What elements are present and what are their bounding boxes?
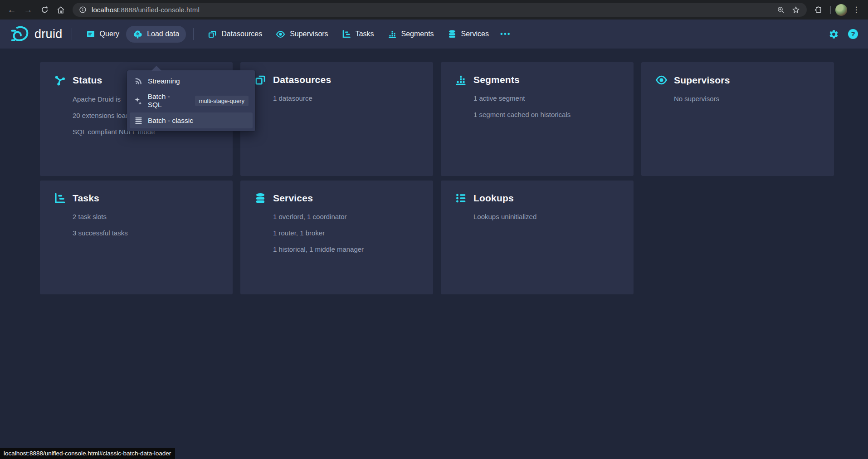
nav-item-label: Services [461, 30, 489, 38]
card-segments[interactable]: Segments 1 active segment 1 segment cach… [441, 62, 634, 176]
datasources-icon [208, 29, 217, 39]
segments-chart-icon [388, 29, 397, 39]
menu-item-batch-sql[interactable]: Batch - SQL multi-stage-query [130, 89, 253, 112]
chrome-menu-icon[interactable]: ⋮ [849, 3, 863, 17]
settings-gear-icon[interactable] [826, 26, 842, 42]
card-line: 1 active segment [473, 93, 623, 103]
zoom-icon[interactable] [775, 5, 786, 15]
card-title: Lookups [473, 193, 514, 204]
card-line: 1 datasource [273, 93, 422, 103]
menu-lines-icon [134, 116, 143, 125]
menu-item-label: Streaming [148, 77, 180, 85]
url-bar[interactable]: localhost:8888/unified-console.html [73, 3, 807, 17]
card-title: Tasks [73, 193, 99, 204]
nav-item-label: Tasks [356, 30, 374, 38]
brand-name: druid [34, 27, 63, 41]
card-line: 1 segment cached on historicals [473, 110, 623, 119]
card-line: No supervisors [674, 94, 823, 103]
menu-item-streaming[interactable]: Streaming [130, 73, 253, 89]
reload-icon[interactable] [37, 3, 52, 17]
nav-item-label: Datasources [221, 30, 262, 38]
database-icon [254, 192, 267, 204]
card-tasks[interactable]: Tasks 2 task slots 3 successful tasks [40, 181, 233, 294]
card-title: Status [73, 75, 102, 86]
nav-item-label: Load data [147, 30, 179, 38]
site-info-icon[interactable] [78, 5, 87, 15]
status-graph-icon [54, 74, 66, 87]
nav-item-load-data[interactable]: Load data [126, 26, 186, 43]
nav-item-label: Query [100, 30, 120, 38]
menu-item-label: Batch - SQL [148, 93, 185, 109]
card-lookups[interactable]: Lookups Lookups uninitialized [441, 181, 634, 294]
rss-icon [134, 77, 143, 85]
druid-navbar: druid Query Load data Datasources [0, 20, 868, 49]
eye-icon [276, 29, 285, 39]
popover-caret [151, 66, 161, 71]
card-title: Services [273, 193, 313, 204]
datasources-icon [254, 74, 267, 86]
database-icon [448, 29, 457, 39]
bookmark-star-icon[interactable] [790, 5, 801, 15]
menu-item-label: Batch - classic [148, 117, 193, 125]
nav-separator [193, 28, 194, 40]
card-line: 1 router, 1 broker [273, 228, 422, 238]
card-line: 2 task slots [73, 212, 222, 221]
card-title: Datasources [273, 74, 331, 85]
help-icon[interactable]: ? [848, 29, 858, 39]
card-line: 1 overlord, 1 coordinator [273, 212, 422, 221]
sparkles-icon [134, 97, 143, 105]
card-line: 1 historical, 1 middle manager [273, 244, 422, 254]
forward-icon[interactable]: → [21, 3, 35, 17]
card-supervisors[interactable]: Supervisors No supervisors [641, 62, 834, 176]
nav-item-services[interactable]: Services [441, 26, 496, 42]
nav-item-label: Segments [401, 30, 434, 38]
druid-logo-icon [10, 24, 29, 44]
druid-brand[interactable]: druid [10, 24, 63, 44]
query-icon [86, 29, 95, 39]
menu-item-batch-classic[interactable]: Batch - classic [130, 112, 253, 128]
nav-item-query[interactable]: Query [79, 26, 127, 42]
extensions-icon[interactable] [811, 3, 826, 17]
profile-avatar[interactable] [835, 4, 847, 16]
link-target-statusbar: localhost:8888/unified-console.html#clas… [0, 448, 175, 459]
eye-icon [655, 74, 668, 86]
browser-chrome: ← → localhost:8888/unified-console.html [0, 0, 868, 20]
segments-chart-icon [454, 74, 467, 86]
card-line: Lookups uninitialized [473, 212, 623, 221]
card-line: 3 successful tasks [73, 228, 222, 238]
card-services[interactable]: Services 1 overlord, 1 coordinator 1 rou… [240, 181, 433, 294]
gantt-icon [54, 192, 66, 204]
gantt-icon [342, 29, 351, 39]
cloud-upload-icon [133, 29, 142, 39]
nav-item-tasks[interactable]: Tasks [335, 26, 381, 42]
chrome-separator [830, 6, 831, 14]
home-icon[interactable] [54, 3, 68, 17]
load-data-menu: Streaming Batch - SQL multi-stage-query [127, 70, 255, 131]
nav-item-supervisors[interactable]: Supervisors [269, 26, 335, 43]
nav-separator [72, 28, 72, 40]
url-text: localhost:8888/unified-console.html [92, 6, 200, 14]
card-datasources[interactable]: Datasources 1 datasource [240, 62, 433, 176]
nav-more-icon[interactable]: ••• [496, 26, 516, 42]
back-icon[interactable]: ← [5, 3, 19, 17]
properties-list-icon [454, 192, 467, 204]
card-title: Supervisors [674, 75, 730, 86]
nav-item-label: Supervisors [290, 30, 328, 38]
card-title: Segments [473, 74, 520, 85]
multi-stage-query-tag: multi-stage-query [195, 96, 249, 106]
nav-item-segments[interactable]: Segments [381, 26, 441, 42]
nav-item-datasources[interactable]: Datasources [201, 26, 269, 42]
